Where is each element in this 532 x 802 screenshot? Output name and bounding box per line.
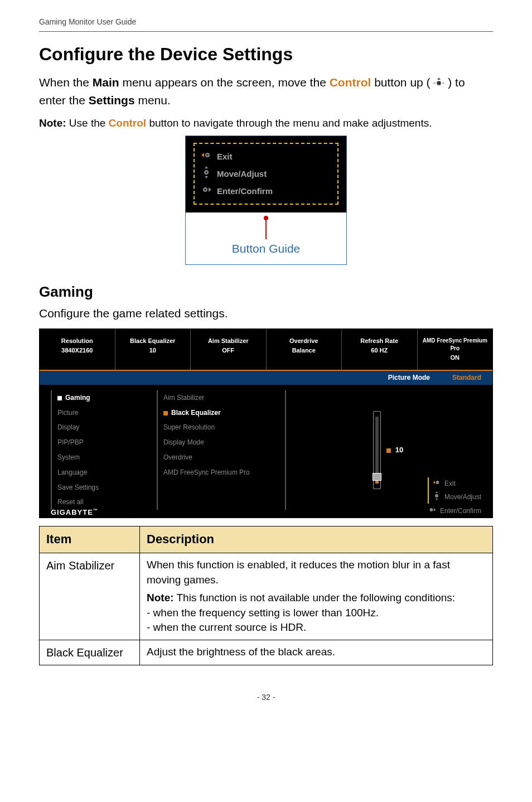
- osd-main-menu[interactable]: Gaming Picture Display PIP/PBP System La…: [51, 390, 157, 510]
- status-value: Balance: [269, 346, 340, 355]
- osd-guide-move: Move/Adjust: [432, 490, 481, 504]
- osd-sub-menu[interactable]: Aim Stabilizer Black Equalizer Super Res…: [157, 390, 285, 510]
- desc-bullet: - when the frequency setting is lower th…: [147, 606, 486, 621]
- svg-point-5: [205, 171, 207, 173]
- submenu-overdrive[interactable]: Overdrive: [163, 450, 285, 465]
- osd-status-freesync: AMD FreeSync Premium Pro ON: [418, 329, 493, 370]
- desc-note: Note: This function is not available und…: [147, 591, 486, 606]
- section-intro: Configure the game related settings.: [39, 305, 493, 321]
- button-guide-dashed: Exit Move/Adjust Enter/Confirm: [194, 143, 338, 205]
- menu-label: Display: [57, 423, 79, 431]
- submenu-display-mode[interactable]: Display Mode: [163, 435, 285, 450]
- status-label: Refresh Rate: [344, 337, 415, 345]
- menu-label: System: [57, 453, 80, 461]
- menu-item-display[interactable]: Display: [57, 420, 157, 435]
- callout-line-icon: [265, 220, 267, 239]
- intro-paragraph: When the Main menu appears on the screen…: [39, 74, 493, 108]
- osd-guide-label: Exit: [444, 479, 456, 489]
- intro-text: menu.: [138, 94, 170, 107]
- osd-panel: Resolution 3840X2160 Black Equalizer 10 …: [39, 328, 493, 519]
- submenu-super-resolution[interactable]: Super Resolution: [163, 420, 285, 435]
- intro-text: button up (: [374, 76, 430, 89]
- menu-item-pip-pbp[interactable]: PIP/PBP: [57, 435, 157, 450]
- joystick-up-icon: [433, 75, 444, 91]
- intro-settings-word: Settings: [89, 94, 135, 107]
- note-text: button to navigate through the menu and …: [149, 117, 432, 129]
- status-value: 60 HZ: [344, 346, 415, 355]
- slider-track[interactable]: [375, 417, 379, 484]
- intro-control-word: Control: [330, 76, 371, 89]
- osd-status-overdrive: Overdrive Balance: [267, 329, 342, 370]
- osd-guide-exit: Exit: [432, 477, 481, 490]
- svg-point-1: [438, 82, 440, 84]
- note-text: Use the: [69, 117, 109, 129]
- joystick-right-icon: [428, 506, 437, 516]
- note-control-word: Control: [109, 117, 147, 129]
- menu-label: Display Mode: [163, 438, 204, 446]
- osd-status-refresh-rate: Refresh Rate 60 HZ: [342, 329, 418, 370]
- cell-description: When this function is enabled, it reduce…: [140, 553, 493, 640]
- svg-point-10: [430, 509, 433, 512]
- desc-text: When this function is enabled, it reduce…: [147, 558, 486, 587]
- table-row: Black Equalizer Adjust the brightness of…: [40, 640, 493, 665]
- page-number: - 32 -: [39, 692, 493, 703]
- status-value: 10: [118, 346, 188, 355]
- section-heading: Gaming: [39, 282, 493, 302]
- menu-label: AMD FreeSync Premium Pro: [163, 468, 250, 476]
- osd-guide-label: Move/Adjust: [444, 492, 481, 502]
- picture-mode-label: Picture Mode: [388, 373, 430, 383]
- submenu-black-equalizer[interactable]: Black Equalizer: [163, 405, 285, 421]
- guide-move-label: Move/Adjust: [217, 168, 267, 180]
- menu-label: PIP/PBP: [57, 438, 84, 446]
- cell-item: Black Equalizer: [40, 640, 140, 665]
- submenu-freesync[interactable]: AMD FreeSync Premium Pro: [163, 465, 285, 480]
- guide-row-enter: Enter/Confirm: [200, 183, 332, 199]
- menu-item-save-settings[interactable]: Save Settings: [57, 480, 157, 495]
- guide-exit-label: Exit: [217, 151, 233, 162]
- picture-mode-value: Standard: [452, 373, 481, 383]
- menu-label: Reset all: [57, 498, 84, 506]
- button-guide-top: Exit Move/Adjust Enter/Confirm: [186, 136, 346, 212]
- submenu-aim-stabilizer[interactable]: Aim Stabilizer: [163, 390, 285, 405]
- slider-value: 10: [386, 445, 403, 455]
- osd-status-aim-stabilizer: Aim Stabilizer OFF: [191, 329, 267, 370]
- header-item: Item: [40, 526, 140, 553]
- menu-item-language[interactable]: Language: [57, 465, 157, 480]
- intro-main-word: Main: [93, 76, 119, 89]
- slider-thumb[interactable]: [373, 473, 381, 481]
- header-description: Description: [140, 526, 493, 553]
- svg-point-3: [206, 154, 209, 156]
- button-guide-box: Exit Move/Adjust Enter/Confirm: [185, 136, 347, 265]
- page-title: Configure the Device Settings: [39, 42, 493, 67]
- osd-status-row: Resolution 3840X2160 Black Equalizer 10 …: [40, 329, 492, 371]
- osd-body: Gaming Picture Display PIP/PBP System La…: [40, 385, 492, 518]
- table-row: Aim Stabilizer When this function is ena…: [40, 553, 493, 640]
- desc-bullet: - when the current source is HDR.: [147, 620, 486, 635]
- menu-label: Black Equalizer: [171, 409, 221, 417]
- status-label: Resolution: [42, 337, 113, 345]
- osd-guide-enter: Enter/Confirm: [428, 505, 481, 518]
- brand-logo: GIGABYTE™: [51, 508, 98, 518]
- menu-label: Gaming: [65, 394, 90, 402]
- cell-item: Aim Stabilizer: [40, 553, 140, 640]
- doc-title: Gaming Monitor User Guide: [39, 17, 136, 26]
- svg-point-8: [436, 481, 439, 484]
- menu-label: Save Settings: [57, 484, 99, 491]
- menu-item-gaming[interactable]: Gaming: [57, 390, 157, 405]
- note-label: Note:: [147, 592, 174, 603]
- joystick-left-icon: [200, 150, 212, 163]
- button-guide-caption: Button Guide: [186, 240, 346, 257]
- guide-row-exit: Exit: [200, 148, 332, 165]
- menu-item-system[interactable]: System: [57, 450, 157, 465]
- osd-picture-mode-bar: Picture Mode Standard: [40, 371, 492, 385]
- intro-text: menu appears on the screen, move the: [122, 76, 329, 89]
- menu-label: Overdrive: [163, 453, 192, 461]
- status-value: OFF: [193, 346, 264, 355]
- menu-item-picture[interactable]: Picture: [57, 405, 157, 421]
- osd-status-resolution: Resolution 3840X2160: [40, 329, 115, 370]
- guide-enter-label: Enter/Confirm: [217, 185, 273, 197]
- menu-label: Aim Stabilizer: [163, 394, 204, 402]
- svg-point-9: [435, 494, 438, 497]
- status-label: Black Equalizer: [118, 337, 188, 345]
- description-table: Item Description Aim Stabilizer When thi…: [39, 526, 493, 665]
